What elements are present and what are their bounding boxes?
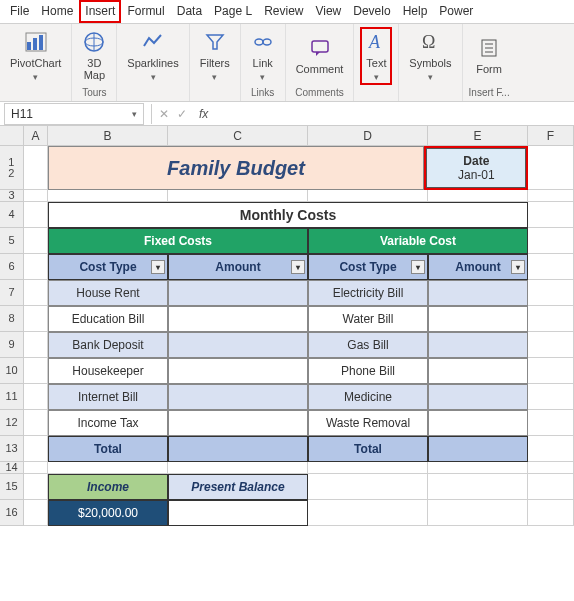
col-header-f[interactable]: F <box>528 126 574 146</box>
fixed-cost-type[interactable]: Internet Bill <box>48 384 168 410</box>
variable-cost-type[interactable]: Gas Bill <box>308 332 428 358</box>
income-header[interactable]: Income <box>48 474 168 500</box>
col-header-d[interactable]: D <box>308 126 428 146</box>
variable-cost-type[interactable]: Phone Bill <box>308 358 428 384</box>
filter-dropdown-icon[interactable]: ▾ <box>511 260 525 274</box>
cell-f1[interactable] <box>528 146 574 190</box>
tab-page-layout[interactable]: Page L <box>208 0 258 23</box>
row-header[interactable]: 11 <box>0 384 24 410</box>
date-cell[interactable]: Date Jan-01 <box>426 148 526 188</box>
variable-amount[interactable] <box>428 384 528 410</box>
tab-review[interactable]: Review <box>258 0 309 23</box>
row-header-14[interactable]: 14 <box>0 462 24 474</box>
variable-cost-type[interactable]: Water Bill <box>308 306 428 332</box>
tab-developer[interactable]: Develo <box>347 0 396 23</box>
fixed-amount[interactable] <box>168 306 308 332</box>
variable-total-label[interactable]: Total <box>308 436 428 462</box>
name-box[interactable]: H11 ▾ <box>4 103 144 125</box>
text-button[interactable]: A Text ▾ <box>360 27 392 85</box>
income-value[interactable]: $20,000.00 <box>48 500 168 526</box>
row-header[interactable]: 8 <box>0 306 24 332</box>
tab-formulas[interactable]: Formul <box>121 0 170 23</box>
tab-home[interactable]: Home <box>35 0 79 23</box>
col-header-c[interactable]: C <box>168 126 308 146</box>
form-button[interactable]: Form <box>472 33 506 78</box>
variable-amount[interactable] <box>428 332 528 358</box>
fixed-costs-header[interactable]: Fixed Costs <box>48 228 308 254</box>
monthly-costs-header[interactable]: Monthly Costs <box>48 202 528 228</box>
table-row: 7House RentElectricity Bill <box>0 280 574 306</box>
ribbon-group-links: Link ▾ Links <box>241 24 286 101</box>
row-header-1-2[interactable]: 1 2 <box>0 146 24 190</box>
tab-power[interactable]: Power <box>433 0 479 23</box>
ribbon-group-tours: 3D Map Tours <box>72 24 117 101</box>
sparklines-button[interactable]: Sparklines ▾ <box>123 27 182 85</box>
row-header-6[interactable]: 6 <box>0 254 24 280</box>
fx-enter-icon[interactable]: ✓ <box>173 107 191 121</box>
col-header-b[interactable]: B <box>48 126 168 146</box>
fx-icon[interactable]: fx <box>191 107 216 121</box>
tab-file[interactable]: File <box>4 0 35 23</box>
row-header-5[interactable]: 5 <box>0 228 24 254</box>
variable-cost-type[interactable]: Electricity Bill <box>308 280 428 306</box>
fixed-cost-type[interactable]: Bank Deposit <box>48 332 168 358</box>
fixed-amount[interactable] <box>168 384 308 410</box>
select-all-corner[interactable] <box>0 126 24 146</box>
row-header[interactable]: 9 <box>0 332 24 358</box>
variable-amount[interactable] <box>428 410 528 436</box>
fixed-cost-type[interactable]: Income Tax <box>48 410 168 436</box>
col-header-a[interactable]: A <box>24 126 48 146</box>
pivotchart-button[interactable]: PivotChart ▾ <box>6 27 65 85</box>
comment-button[interactable]: Comment <box>292 33 348 78</box>
filters-button[interactable]: Filters ▾ <box>196 27 234 85</box>
row-header[interactable]: 12 <box>0 410 24 436</box>
row-4: 4 Monthly Costs <box>0 202 574 228</box>
fixed-amount[interactable] <box>168 358 308 384</box>
fixed-amount[interactable] <box>168 332 308 358</box>
fixed-cost-type[interactable]: Education Bill <box>48 306 168 332</box>
balance-header[interactable]: Present Balance <box>168 474 308 500</box>
variable-total-value[interactable] <box>428 436 528 462</box>
fixed-total-value[interactable] <box>168 436 308 462</box>
title-cell[interactable]: Family Budget <box>48 146 425 190</box>
row-header-15[interactable]: 15 <box>0 474 24 500</box>
cost-type-header-variable[interactable]: Cost Type▾ <box>308 254 428 280</box>
fx-cancel-icon[interactable]: ✕ <box>155 107 173 121</box>
cell-a1[interactable] <box>24 146 48 190</box>
tab-view[interactable]: View <box>309 0 347 23</box>
variable-amount[interactable] <box>428 306 528 332</box>
row-header[interactable]: 7 <box>0 280 24 306</box>
filter-dropdown-icon[interactable]: ▾ <box>411 260 425 274</box>
variable-amount[interactable] <box>428 280 528 306</box>
balance-value[interactable] <box>168 500 308 526</box>
svg-rect-10 <box>312 41 328 52</box>
row-header-3[interactable]: 3 <box>0 190 24 202</box>
link-button[interactable]: Link ▾ <box>247 27 279 85</box>
row-header-13[interactable]: 13 <box>0 436 24 462</box>
cost-type-header-fixed[interactable]: Cost Type▾ <box>48 254 168 280</box>
symbols-button[interactable]: Ω Symbols ▾ <box>405 27 455 85</box>
amount-header-fixed[interactable]: Amount▾ <box>168 254 308 280</box>
row-header-16[interactable]: 16 <box>0 500 24 526</box>
svg-point-8 <box>255 39 263 45</box>
variable-cost-type[interactable]: Medicine <box>308 384 428 410</box>
fixed-cost-type[interactable]: House Rent <box>48 280 168 306</box>
fixed-amount[interactable] <box>168 410 308 436</box>
fixed-cost-type[interactable]: Housekeeper <box>48 358 168 384</box>
fixed-amount[interactable] <box>168 280 308 306</box>
filter-dropdown-icon[interactable]: ▾ <box>291 260 305 274</box>
col-header-e[interactable]: E <box>428 126 528 146</box>
fixed-total-label[interactable]: Total <box>48 436 168 462</box>
filter-dropdown-icon[interactable]: ▾ <box>151 260 165 274</box>
variable-cost-type[interactable]: Waste Removal <box>308 410 428 436</box>
map3d-button[interactable]: 3D Map <box>78 27 110 84</box>
tab-help[interactable]: Help <box>397 0 434 23</box>
row-header[interactable]: 10 <box>0 358 24 384</box>
variable-costs-header[interactable]: Variable Cost <box>308 228 528 254</box>
ribbon-group-filters: Filters ▾ <box>190 24 241 101</box>
tab-data[interactable]: Data <box>171 0 208 23</box>
variable-amount[interactable] <box>428 358 528 384</box>
tab-insert[interactable]: Insert <box>79 0 121 23</box>
row-header-4[interactable]: 4 <box>0 202 24 228</box>
amount-header-variable[interactable]: Amount▾ <box>428 254 528 280</box>
